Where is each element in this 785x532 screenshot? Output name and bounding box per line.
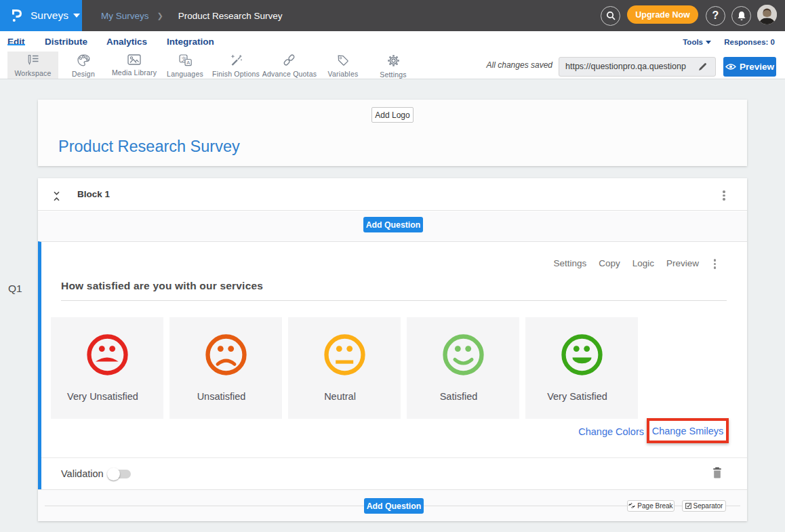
svg-text:A: A <box>186 60 190 66</box>
